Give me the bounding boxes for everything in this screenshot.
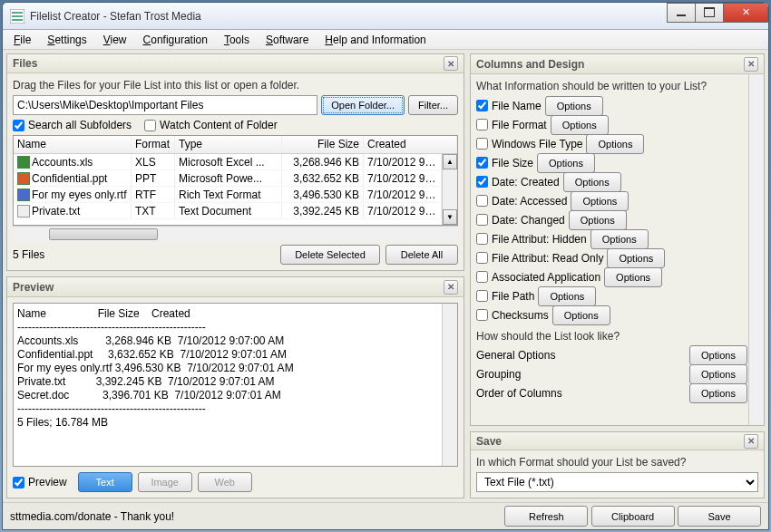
look-item-label: Grouping bbox=[476, 368, 686, 381]
menu-help[interactable]: Help and Information bbox=[317, 32, 433, 48]
column-checkbox[interactable]: Date: Created bbox=[476, 176, 560, 189]
minimize-button[interactable] bbox=[667, 3, 696, 23]
look-item-label: Order of Columns bbox=[476, 387, 686, 400]
look-options-button[interactable]: Options bbox=[689, 345, 747, 365]
columns-title: Columns and Design bbox=[476, 58, 584, 71]
table-row[interactable]: For my eyes only.rtfRTFRich Text Format3… bbox=[14, 187, 442, 203]
files-hint: Drag the Files for your File List into t… bbox=[13, 79, 458, 92]
menubar: File Settings View Configuration Tools S… bbox=[3, 30, 768, 50]
column-options-button[interactable]: Options bbox=[586, 134, 644, 154]
search-subfolders-checkbox[interactable]: Search all Subfolders bbox=[13, 119, 132, 131]
folder-path-input[interactable] bbox=[13, 95, 317, 115]
column-options-button[interactable]: Options bbox=[545, 96, 603, 116]
column-options-button[interactable]: Options bbox=[552, 305, 610, 325]
col-format[interactable]: Format bbox=[132, 136, 175, 153]
save-hint: In which Format should your List be save… bbox=[476, 456, 758, 469]
save-button[interactable]: Save bbox=[678, 506, 761, 527]
files-title: Files bbox=[13, 57, 37, 70]
menu-tools[interactable]: Tools bbox=[217, 32, 257, 48]
table-vscrollbar[interactable]: ▲▼ bbox=[442, 154, 457, 225]
donate-link[interactable]: sttmedia.com/donate - Thank you! bbox=[10, 510, 174, 523]
maximize-button[interactable] bbox=[695, 3, 724, 23]
preview-title: Preview bbox=[13, 281, 54, 294]
column-checkbox[interactable]: File Size bbox=[476, 157, 533, 169]
open-folder-button[interactable]: Open Folder... bbox=[321, 95, 405, 115]
columns-close-icon[interactable]: ✕ bbox=[744, 57, 758, 72]
preview-checkbox[interactable]: Preview bbox=[13, 476, 67, 488]
column-options-button[interactable]: Options bbox=[571, 191, 629, 211]
watch-content-checkbox[interactable]: Watch Content of Folder bbox=[144, 119, 278, 131]
menu-file[interactable]: File bbox=[6, 32, 38, 48]
close-button[interactable] bbox=[723, 3, 768, 23]
svg-rect-1 bbox=[12, 12, 23, 14]
refresh-button[interactable]: Refresh bbox=[504, 506, 588, 527]
window-title: Filelist Creator - Stefan Trost Media bbox=[30, 10, 668, 23]
column-options-button[interactable]: Options bbox=[590, 229, 649, 249]
look-options-button[interactable]: Options bbox=[689, 364, 747, 384]
delete-selected-button[interactable]: Delete Selected bbox=[280, 245, 380, 265]
file-count: 5 Files bbox=[13, 248, 44, 261]
column-checkbox[interactable]: Checksums bbox=[476, 309, 549, 322]
clipboard-button[interactable]: Clipboard bbox=[591, 506, 675, 527]
table-row[interactable]: Confidential.pptPPTMicrosoft Powe...3,63… bbox=[14, 170, 442, 187]
column-options-button[interactable]: Options bbox=[538, 286, 596, 306]
col-created[interactable]: Created bbox=[364, 136, 457, 153]
save-format-select[interactable]: Text File (*.txt) bbox=[476, 472, 758, 492]
file-icon bbox=[17, 205, 30, 218]
column-checkbox[interactable]: File Path bbox=[476, 290, 534, 303]
column-checkbox[interactable]: File Name bbox=[476, 100, 542, 112]
menu-settings[interactable]: Settings bbox=[40, 32, 93, 48]
column-options-button[interactable]: Options bbox=[604, 267, 662, 287]
column-checkbox[interactable]: File Attribut: Read Only bbox=[476, 252, 603, 265]
columns-hint: What Information should be written to yo… bbox=[476, 80, 747, 92]
preview-image-button: Image bbox=[138, 472, 192, 492]
menu-configuration[interactable]: Configuration bbox=[136, 32, 215, 48]
file-icon bbox=[17, 189, 30, 201]
preview-vscrollbar[interactable] bbox=[442, 304, 457, 466]
column-checkbox[interactable]: File Attribut: Hidden bbox=[476, 233, 587, 246]
svg-rect-3 bbox=[12, 19, 23, 21]
column-options-button[interactable]: Options bbox=[563, 172, 621, 192]
column-checkbox[interactable]: Date: Changed bbox=[476, 214, 565, 227]
menu-view[interactable]: View bbox=[96, 32, 134, 48]
file-icon bbox=[17, 172, 30, 185]
column-options-button[interactable]: Options bbox=[537, 153, 595, 173]
app-icon bbox=[10, 9, 24, 24]
svg-rect-2 bbox=[12, 15, 23, 17]
save-close-icon[interactable]: ✕ bbox=[744, 434, 758, 449]
preview-web-button: Web bbox=[198, 472, 252, 492]
filter-button[interactable]: Filter... bbox=[408, 95, 458, 115]
look-item-label: General Options bbox=[476, 349, 686, 362]
column-options-button[interactable]: Options bbox=[569, 210, 627, 230]
files-close-icon[interactable]: ✕ bbox=[444, 56, 458, 71]
column-checkbox[interactable]: Associated Application bbox=[476, 271, 600, 284]
table-row[interactable]: Accounts.xlsXLSMicrosoft Excel ...3,268.… bbox=[14, 154, 442, 170]
look-options-button[interactable]: Options bbox=[689, 383, 747, 403]
column-checkbox[interactable]: Date: Accessed bbox=[476, 195, 567, 208]
column-options-button[interactable]: Options bbox=[551, 115, 609, 135]
col-type[interactable]: Type bbox=[175, 136, 282, 153]
column-checkbox[interactable]: File Format bbox=[476, 119, 547, 131]
preview-close-icon[interactable]: ✕ bbox=[444, 280, 458, 295]
table-hscrollbar[interactable] bbox=[13, 226, 458, 241]
columns-vscrollbar[interactable] bbox=[748, 74, 764, 425]
preview-textarea[interactable]: Name File Size Created -----------------… bbox=[13, 303, 458, 467]
titlebar[interactable]: Filelist Creator - Stefan Trost Media bbox=[3, 3, 768, 30]
column-checkbox[interactable]: Windows File Type bbox=[476, 138, 582, 150]
preview-text-button[interactable]: Text bbox=[78, 472, 132, 492]
table-row[interactable]: Private.txtTXTText Document3,392.245 KB7… bbox=[14, 203, 442, 219]
menu-software[interactable]: Software bbox=[259, 32, 316, 48]
column-options-button[interactable]: Options bbox=[607, 248, 665, 268]
col-name[interactable]: Name bbox=[14, 136, 132, 153]
file-table[interactable]: Name Format Type File Size Created Accou… bbox=[13, 135, 458, 226]
save-title: Save bbox=[476, 435, 502, 448]
look-hint: How should the List look like? bbox=[476, 330, 747, 343]
col-size[interactable]: File Size bbox=[282, 136, 364, 153]
file-icon bbox=[17, 156, 30, 169]
delete-all-button[interactable]: Delete All bbox=[386, 245, 458, 265]
